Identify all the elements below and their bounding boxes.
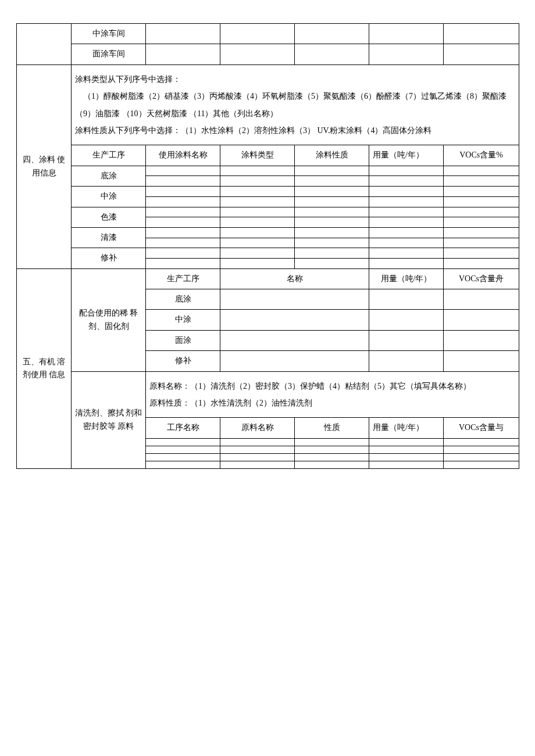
col-header: VOCs含量与 — [444, 418, 519, 438]
empty-cell — [295, 44, 369, 65]
process-label: 中涂 — [72, 187, 146, 207]
col-header: 生产工序 — [146, 268, 220, 289]
process-label: 色漆 — [72, 207, 146, 227]
empty-cell — [295, 176, 369, 187]
empty-cell — [444, 453, 519, 461]
empty-cell — [369, 196, 444, 207]
empty-cell — [369, 217, 444, 228]
process-label: 底涂 — [146, 289, 220, 310]
table-row: 清洗剂、擦拭 剂和密封胶等 原料 原料名称：（1）清洗剂（2）密封胶（3）保护蜡… — [17, 371, 519, 418]
empty-cell — [295, 24, 369, 44]
process-label: 修补 — [72, 248, 146, 268]
group-label: 配合使用的稀 释剂、固化剂 — [72, 268, 146, 371]
empty-cell — [146, 44, 220, 65]
empty-cell — [444, 310, 519, 330]
table-row: 中涂 — [17, 187, 519, 197]
empty-cell — [146, 176, 220, 187]
process-label: 清漆 — [72, 227, 146, 248]
table-row: 中涂车间 — [17, 24, 519, 44]
empty-cell — [369, 187, 444, 197]
empty-cell — [369, 248, 444, 259]
table-row: 底涂 — [17, 166, 519, 176]
empty-cell — [369, 227, 444, 238]
empty-cell — [369, 258, 444, 268]
empty-cell — [220, 187, 295, 197]
empty-cell — [295, 196, 369, 207]
empty-cell — [444, 207, 519, 217]
empty-cell — [295, 238, 369, 248]
empty-cell — [444, 187, 519, 197]
empty-cell — [146, 227, 220, 238]
empty-cell — [146, 248, 220, 259]
empty-cell — [220, 24, 295, 44]
empty-cell — [295, 461, 369, 468]
empty-cell — [369, 176, 444, 187]
empty-cell — [220, 238, 295, 248]
col-header: 名称 — [220, 268, 369, 289]
empty-cell — [220, 310, 369, 330]
empty-cell — [369, 351, 444, 371]
table-row: 生产工序 使用涂料名称 涂料类型 涂料性质 用量（吨/年） VOCs含量% — [17, 145, 519, 166]
empty-cell — [220, 289, 369, 310]
col-header: 性质 — [295, 418, 369, 438]
table-row: 面涂车间 — [17, 44, 519, 65]
empty-cell — [295, 258, 369, 268]
empty-cell — [146, 187, 220, 197]
col-header: 生产工序 — [72, 145, 146, 166]
empty-cell — [220, 176, 295, 187]
prev-section-cell — [17, 24, 72, 65]
process-label: 底涂 — [72, 166, 146, 186]
col-header: 原料名称 — [220, 418, 295, 438]
empty-cell — [146, 446, 220, 453]
group-label: 清洗剂、擦拭 剂和密封胶等 原料 — [72, 371, 146, 468]
col-header: VOCs含量% — [444, 145, 519, 166]
col-header: 用量（吨/年） — [369, 418, 444, 438]
empty-cell — [220, 258, 295, 268]
empty-cell — [295, 187, 369, 197]
notes-text: 原料性质：（1）水性清洗剂（2）油性清洗剂 — [149, 399, 312, 407]
empty-cell — [369, 238, 444, 248]
col-header: 用量（吨/年） — [369, 145, 444, 166]
table-row: 四、涂料 使用信息 涂料类型从下列序号中选择： （1）醇酸树脂漆（2）硝基漆（3… — [17, 65, 519, 145]
empty-cell — [444, 24, 519, 44]
empty-cell — [444, 196, 519, 207]
empty-cell — [444, 227, 519, 238]
col-header: 涂料性质 — [295, 145, 369, 166]
empty-cell — [295, 217, 369, 228]
empty-cell — [220, 207, 295, 217]
empty-cell — [369, 24, 444, 44]
empty-cell — [220, 351, 369, 371]
form-table: 中涂车间 面涂车间 四、涂料 使用信息 涂料类型从下列序号中选择： （1）醇酸树… — [16, 23, 519, 469]
empty-cell — [295, 438, 369, 446]
col-header: 用量（吨/年） — [369, 268, 444, 289]
empty-cell — [295, 453, 369, 461]
empty-cell — [369, 446, 444, 453]
table-row: 修补 — [17, 248, 519, 259]
empty-cell — [444, 461, 519, 468]
empty-cell — [146, 258, 220, 268]
section-4-notes: 涂料类型从下列序号中选择： （1）醇酸树脂漆（2）硝基漆（3）丙烯酸漆（4）环氧… — [72, 65, 519, 145]
empty-cell — [220, 44, 295, 65]
empty-cell — [146, 217, 220, 228]
empty-cell — [220, 446, 295, 453]
empty-cell — [220, 227, 295, 238]
empty-cell — [146, 238, 220, 248]
empty-cell — [295, 166, 369, 176]
notes-text: （1）醇酸树脂漆（2）硝基漆（3）丙烯酸漆（4）环氧树脂漆（5）聚氨酯漆（6）酚… — [75, 88, 515, 122]
notes-text: 涂料类型从下列序号中选择： — [75, 75, 181, 84]
empty-cell — [146, 438, 220, 446]
workshop-label: 面涂车间 — [72, 44, 146, 65]
empty-cell — [146, 453, 220, 461]
empty-cell — [444, 258, 519, 268]
empty-cell — [220, 166, 295, 176]
empty-cell — [444, 446, 519, 453]
empty-cell — [146, 207, 220, 217]
empty-cell — [369, 330, 444, 350]
empty-cell — [146, 24, 220, 44]
empty-cell — [444, 238, 519, 248]
empty-cell — [444, 289, 519, 310]
empty-cell — [295, 446, 369, 453]
empty-cell — [220, 248, 295, 259]
empty-cell — [444, 44, 519, 65]
empty-cell — [220, 438, 295, 446]
